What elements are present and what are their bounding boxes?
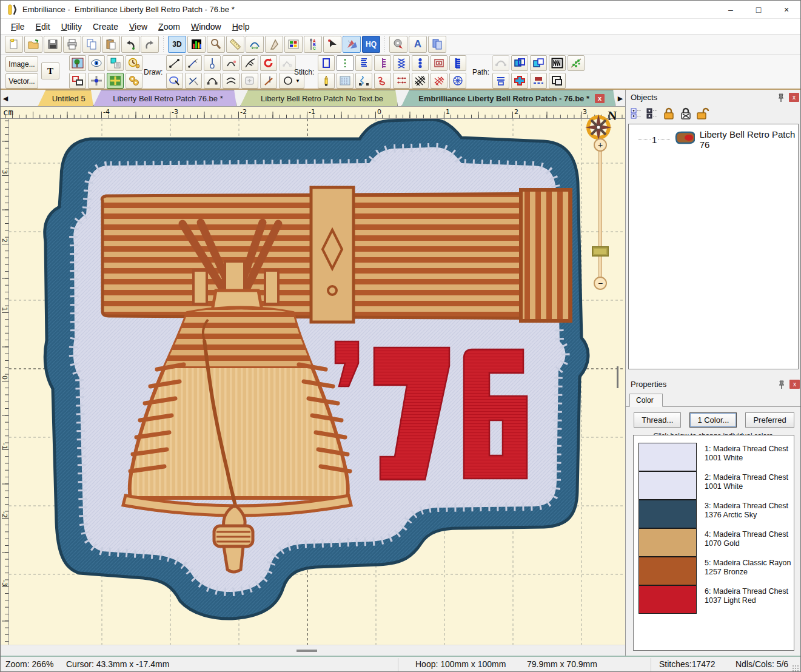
expand-all-icon[interactable] bbox=[631, 107, 643, 119]
applique-path-icon-button[interactable] bbox=[549, 73, 566, 89]
sew-direction-icon-button[interactable] bbox=[265, 36, 283, 53]
preferred-button[interactable]: Preferred bbox=[745, 412, 794, 428]
paste-icon-button[interactable] bbox=[102, 36, 120, 53]
thread-color-row[interactable]: 6: Madeira Thread Chest1037 Light Red bbox=[638, 586, 794, 614]
tab-liberty-bell-76[interactable]: Liberty Bell Retro Patch 76.be * bbox=[93, 90, 236, 106]
title-bar[interactable]: Embrilliance - Embrilliance Liberty Bell… bbox=[1, 1, 800, 19]
stipple-stitch-icon-button[interactable] bbox=[374, 73, 391, 89]
resize-grip[interactable] bbox=[793, 665, 799, 671]
union-path-icon-button[interactable] bbox=[511, 55, 528, 71]
minimize-button[interactable]: – bbox=[717, 1, 745, 18]
horizontal-scrollbar[interactable] bbox=[1, 645, 625, 656]
background-image-icon-button[interactable] bbox=[69, 55, 86, 71]
collapse-all-icon[interactable] bbox=[646, 107, 659, 119]
thread-color-row[interactable]: 4: Madeira Thread Chest1070 Gold bbox=[638, 529, 794, 557]
zoom-tool-icon-button[interactable] bbox=[207, 36, 225, 53]
split-x-icon-button[interactable] bbox=[185, 73, 202, 89]
outline-stitch-icon-button[interactable] bbox=[318, 55, 335, 71]
tab-embrilliance-liberty-bell[interactable]: Embrilliance Liberty Bell Retro Patch - … bbox=[401, 90, 615, 106]
properties-close-icon[interactable]: x bbox=[789, 380, 800, 389]
zoom-out-icon[interactable]: − bbox=[594, 277, 607, 290]
connect-nodes-icon-button[interactable] bbox=[279, 55, 296, 71]
design-gears-icon-button[interactable] bbox=[126, 73, 142, 89]
new-file-icon-button[interactable] bbox=[5, 36, 23, 53]
redo-icon-button[interactable] bbox=[141, 36, 159, 53]
thread-color-row[interactable]: 2: Madeira Thread Chest1001 White bbox=[638, 472, 794, 500]
arc-tool-icon-button[interactable] bbox=[223, 55, 240, 71]
thread-palette-icon-button[interactable] bbox=[284, 36, 303, 53]
tab-scroll-left-button[interactable]: ◀ bbox=[1, 90, 10, 106]
lattice-fill-icon-button[interactable] bbox=[431, 73, 447, 89]
vertical-scrollbar-thumb[interactable] bbox=[617, 366, 618, 388]
thread-color-row[interactable]: 1: Madeira Thread Chest1001 White bbox=[638, 443, 794, 472]
menu-help[interactable]: Help bbox=[227, 20, 255, 33]
pin-icon[interactable] bbox=[777, 380, 786, 389]
view-3d-button[interactable]: 3D bbox=[168, 36, 186, 53]
print-icon-button[interactable] bbox=[63, 36, 81, 53]
thread-button[interactable]: Thread... bbox=[634, 412, 681, 428]
object-properties-icon-button[interactable] bbox=[107, 55, 124, 71]
show-hide-icon-button[interactable] bbox=[88, 55, 105, 71]
maximize-button[interactable]: □ bbox=[745, 1, 773, 18]
overlap-order-icon-button[interactable] bbox=[69, 73, 86, 89]
design-workspace[interactable]: -4 -3 -2 -1 0 1 2 3 3 2 1 0 -1 -2 -3 cm bbox=[1, 107, 625, 645]
menu-view[interactable]: View bbox=[124, 20, 153, 33]
lock-all-icon[interactable] bbox=[662, 107, 675, 120]
menu-window[interactable]: Window bbox=[186, 20, 227, 33]
menu-create[interactable]: Create bbox=[87, 20, 124, 33]
crosshatch-fill-icon-button[interactable] bbox=[412, 73, 429, 89]
stitch-history-icon-button[interactable] bbox=[126, 55, 142, 71]
floral-path-icon-button[interactable] bbox=[568, 55, 585, 71]
color-swatch-4[interactable] bbox=[638, 528, 697, 557]
subtract-path-icon-button[interactable] bbox=[530, 55, 547, 71]
tab-color[interactable]: Color bbox=[629, 394, 663, 407]
close-shape-icon-button[interactable] bbox=[260, 55, 277, 71]
motif-stitch-icon-button[interactable] bbox=[412, 55, 429, 71]
insert-stitch-icon-button[interactable] bbox=[204, 55, 221, 71]
object-list-item[interactable]: 1 Liberty Bell Retro Patch 76 bbox=[629, 129, 798, 150]
tab-close-icon[interactable]: x bbox=[595, 94, 605, 103]
curve-tool-icon-button[interactable] bbox=[223, 73, 240, 89]
center-design-icon-button[interactable] bbox=[88, 73, 105, 89]
thread-color-list[interactable]: 1: Madeira Thread Chest1001 White 2: Mad… bbox=[633, 435, 794, 651]
motif-fill-icon-button[interactable] bbox=[393, 73, 410, 89]
bezier-tool-icon-button[interactable] bbox=[204, 73, 221, 89]
text-tool-button[interactable]: T bbox=[41, 62, 59, 79]
lettering-abc-icon-button[interactable]: ABC bbox=[304, 36, 322, 53]
measure-tool-icon-button[interactable] bbox=[226, 36, 244, 53]
vector-button[interactable]: Vector... bbox=[5, 73, 38, 89]
pin-icon[interactable] bbox=[777, 93, 785, 102]
align-stack-icon-button[interactable] bbox=[492, 73, 509, 89]
color-swatch-5[interactable] bbox=[638, 557, 697, 585]
lock-invert-icon[interactable] bbox=[679, 107, 692, 120]
copy-design-icon-button[interactable] bbox=[428, 36, 446, 53]
e-stitch-icon-button[interactable] bbox=[374, 55, 391, 71]
satin-stitch-icon-button[interactable] bbox=[355, 55, 372, 71]
tab-liberty-bell-no-text[interactable]: Liberty Bell Retro Patch No Text.be bbox=[240, 90, 398, 106]
blanket-stitch-icon-button[interactable] bbox=[449, 55, 466, 71]
lasso-select-icon-button[interactable] bbox=[166, 73, 183, 89]
thread-usage-chart-icon-button[interactable] bbox=[187, 36, 206, 53]
fill-stitch-icon-button[interactable] bbox=[337, 73, 354, 89]
thread-color-row[interactable]: 3: Madeira Thread Chest1376 Arctic Sky bbox=[638, 500, 794, 529]
tab-untitled-5[interactable]: Untitled 5 bbox=[38, 90, 93, 106]
zoom-slider[interactable]: + − bbox=[592, 138, 609, 290]
zigzag-stitch-icon-button[interactable] bbox=[393, 55, 410, 71]
zigzag-path-icon-button[interactable] bbox=[549, 55, 566, 71]
horizontal-scrollbar-thumb[interactable] bbox=[297, 650, 317, 652]
pen-tool-icon-button[interactable] bbox=[185, 55, 202, 71]
lettering-a-button[interactable]: A bbox=[409, 36, 427, 53]
thread-color-row[interactable]: 5: Madeira Classic Rayon1257 Bronze bbox=[638, 557, 794, 586]
expand-path-icon-button[interactable] bbox=[511, 73, 528, 89]
column-stitch-icon-button[interactable] bbox=[355, 73, 372, 89]
color-swatch-3[interactable] bbox=[638, 500, 697, 528]
color-swatch-6[interactable] bbox=[638, 585, 697, 614]
node-edit-icon-button[interactable] bbox=[492, 55, 509, 71]
hq-view-button[interactable]: HQ bbox=[362, 36, 380, 53]
echo-stitch-icon-button[interactable] bbox=[431, 55, 447, 71]
zoom-in-icon[interactable]: + bbox=[594, 138, 607, 152]
radial-fill-icon-button[interactable] bbox=[449, 73, 466, 89]
run-stitch-icon-button[interactable] bbox=[337, 55, 354, 71]
batch-convert-icon-button[interactable] bbox=[389, 36, 407, 53]
add-hole-icon-button[interactable] bbox=[241, 73, 258, 89]
